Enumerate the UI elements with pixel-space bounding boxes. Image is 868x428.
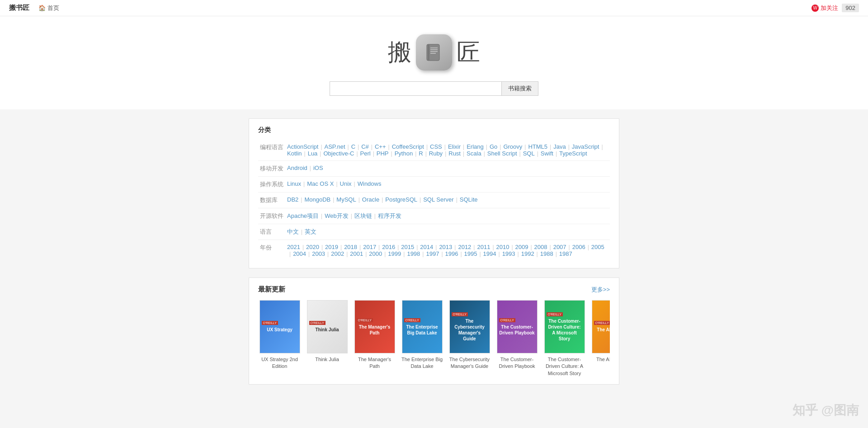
category-link[interactable]: 2009: [515, 244, 528, 250]
search-button[interactable]: 书籍搜索: [501, 81, 538, 96]
category-link[interactable]: 区块链: [354, 212, 372, 220]
category-link[interactable]: Unix: [340, 180, 352, 187]
category-link[interactable]: 2006: [572, 244, 585, 250]
category-link[interactable]: 2019: [325, 244, 338, 250]
category-link[interactable]: C: [351, 143, 355, 150]
category-link[interactable]: Linux: [287, 180, 301, 187]
category-link[interactable]: Windows: [358, 180, 382, 187]
category-link[interactable]: R: [419, 150, 423, 157]
book-item[interactable]: O'REILLYThe Cybersecurity Manager's Guid…: [448, 300, 491, 377]
category-link[interactable]: 英文: [305, 228, 316, 236]
separator: |: [444, 144, 446, 150]
separator: |: [492, 244, 494, 250]
category-link[interactable]: Perl: [360, 150, 371, 157]
category-link[interactable]: 2018: [344, 244, 357, 250]
category-link[interactable]: 2003: [312, 250, 325, 257]
category-link[interactable]: 1998: [407, 250, 420, 257]
category-link[interactable]: 2020: [306, 244, 319, 250]
category-link[interactable]: Swift: [541, 150, 553, 157]
category-link[interactable]: 2017: [363, 244, 376, 250]
category-link[interactable]: 2008: [534, 244, 547, 250]
category-link[interactable]: Python: [395, 150, 413, 157]
category-link[interactable]: Shell Script: [487, 150, 517, 157]
category-link[interactable]: Elixir: [448, 143, 461, 150]
category-link[interactable]: Kotlin: [287, 150, 302, 157]
category-link[interactable]: 2012: [458, 244, 471, 250]
category-link[interactable]: ActionScript: [287, 143, 318, 150]
category-link[interactable]: Java: [553, 143, 566, 150]
category-link[interactable]: JavaScript: [572, 143, 599, 150]
category-link[interactable]: ASP.net: [325, 143, 345, 150]
more-link[interactable]: 更多>>: [591, 286, 610, 294]
category-link[interactable]: Groovy: [503, 143, 522, 150]
category-link[interactable]: C++: [375, 143, 386, 150]
category-link[interactable]: Android: [287, 165, 307, 171]
category-link[interactable]: SQLite: [460, 196, 478, 203]
category-link[interactable]: C#: [361, 143, 369, 150]
category-link[interactable]: PostgreSQL: [385, 196, 417, 203]
category-link[interactable]: Lua: [308, 150, 318, 157]
category-link[interactable]: TypeScript: [559, 150, 587, 157]
category-link[interactable]: Erlang: [467, 143, 484, 150]
book-item[interactable]: O'REILLYThe Manager's PathThe Manager's …: [353, 300, 396, 377]
category-link[interactable]: HTML5: [528, 143, 547, 150]
site-logo[interactable]: 搬书匠: [9, 4, 29, 12]
separator: |: [359, 244, 361, 250]
category-link[interactable]: Mac OS X: [307, 180, 334, 187]
category-link[interactable]: iOS: [313, 165, 323, 171]
category-link[interactable]: Oracle: [362, 196, 379, 203]
category-link[interactable]: Web开发: [325, 212, 349, 220]
category-link[interactable]: 2004: [293, 250, 306, 257]
category-link[interactable]: 2000: [369, 250, 382, 257]
category-link[interactable]: Apache项目: [287, 212, 319, 220]
category-link[interactable]: 1997: [426, 250, 439, 257]
book-title-label: The AI Ladder: [596, 356, 610, 363]
category-link[interactable]: PHP: [377, 150, 389, 157]
category-link[interactable]: 1995: [464, 250, 477, 257]
category-link[interactable]: CSS: [430, 143, 442, 150]
book-item[interactable]: O'REILLYThe Customer-Driven PlaybookThe …: [495, 300, 538, 377]
category-link[interactable]: 2001: [350, 250, 363, 257]
category-link[interactable]: CoffeeScript: [392, 143, 424, 150]
category-link[interactable]: 1999: [388, 250, 401, 257]
category-link[interactable]: MySQL: [336, 196, 356, 203]
category-link[interactable]: 2015: [401, 244, 414, 250]
svg-rect-1: [428, 44, 429, 61]
category-link[interactable]: 1993: [502, 250, 515, 257]
category-link[interactable]: Ruby: [429, 150, 443, 157]
category-link[interactable]: 1994: [483, 250, 496, 257]
category-link[interactable]: 2005: [591, 244, 604, 250]
category-link[interactable]: Go: [490, 143, 497, 150]
category-link[interactable]: SQL: [523, 150, 535, 157]
category-link[interactable]: 程序开发: [378, 212, 401, 220]
book-item[interactable]: O'REILLYThe AI LadderThe AI Ladder: [590, 300, 610, 377]
book-item[interactable]: O'REILLYUX StrategyUX Strategy 2nd Editi…: [258, 300, 301, 377]
category-link[interactable]: SQL Server: [423, 196, 453, 203]
category-link[interactable]: 1987: [559, 250, 572, 257]
separator: |: [301, 229, 302, 235]
category-link[interactable]: 2011: [477, 244, 490, 250]
weibo-follow[interactable]: W 加关注: [811, 4, 838, 12]
search-input[interactable]: [330, 81, 501, 96]
category-link[interactable]: 2010: [496, 244, 509, 250]
book-item[interactable]: O'REILLYThe Customer-Driven Culture: A M…: [543, 300, 586, 377]
category-link[interactable]: 中文: [287, 228, 299, 236]
book-item[interactable]: O'REILLYThink JuliaThink Julia: [306, 300, 349, 377]
category-link[interactable]: 1996: [445, 250, 458, 257]
separator: |: [321, 244, 323, 250]
category-link[interactable]: 2021: [287, 244, 300, 250]
category-link[interactable]: 2014: [420, 244, 433, 250]
category-link[interactable]: Rust: [448, 150, 461, 157]
category-link[interactable]: DB2: [287, 196, 298, 203]
book-item[interactable]: O'REILLYThe Enterprise Big Data LakeThe …: [401, 300, 443, 377]
category-link[interactable]: 1992: [521, 250, 534, 257]
category-link[interactable]: MongoDB: [304, 196, 330, 203]
category-link[interactable]: 1988: [540, 250, 553, 257]
category-link[interactable]: 2016: [382, 244, 395, 250]
home-link[interactable]: 🏠 首页: [38, 4, 59, 12]
category-link[interactable]: 2007: [553, 244, 566, 250]
category-link[interactable]: Scala: [467, 150, 481, 157]
category-link[interactable]: Objective-C: [323, 150, 354, 157]
category-link[interactable]: 2013: [439, 244, 452, 250]
category-link[interactable]: 2002: [331, 250, 344, 257]
